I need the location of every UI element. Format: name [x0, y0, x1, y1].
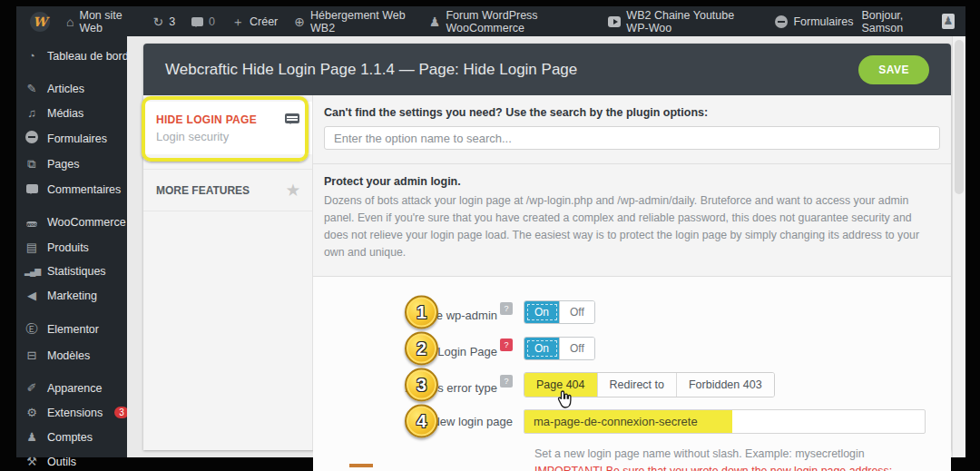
sidebar-item-comments[interactable]: Commentaires: [16, 177, 127, 201]
search-section: Can't find the settings you need? Use th…: [313, 95, 951, 164]
plugin-header: Webcraftic Hide Login Page 1.1.4 — Page:…: [143, 44, 951, 95]
toggle-on-button[interactable]: On: [524, 301, 560, 323]
sidebar-label: WooCommerce: [47, 216, 126, 229]
elementor-icon: Ⓔ: [24, 321, 39, 338]
products-icon: ▤: [24, 240, 39, 254]
sidebar-item-elementor[interactable]: Ⓔ Elementor: [16, 316, 127, 343]
setting-row-hide-login-page: 2 Hide Login Page? On Off: [313, 330, 951, 367]
important-note: IMPORTANT! Be sure that you wrote down t…: [534, 464, 945, 471]
home-icon: ⌂: [66, 15, 74, 28]
sidebar-item-stats[interactable]: ▂▄▆ Statistiques: [16, 260, 127, 283]
sidebar-item-plugins[interactable]: ⚙ Extensions 3: [16, 400, 127, 425]
admin-bar-site[interactable]: ⌂ Mon site Web: [58, 6, 144, 36]
sidebar-item-products[interactable]: ▤ Produits: [16, 235, 127, 260]
annotation-number-1: 1: [405, 296, 438, 329]
greeting-text: Bonjour, Samson: [861, 9, 934, 34]
new-login-page-value: ma-page-de-connexion-secrete: [524, 410, 732, 433]
sidebar-item-media[interactable]: ♫ Médias: [16, 101, 127, 125]
annotation-highlight-box: [142, 96, 309, 162]
marketing-icon: ◀: [24, 289, 39, 302]
sidebar-label: Comptes: [47, 431, 93, 444]
option-forbidden-403[interactable]: Forbidden 403: [677, 373, 774, 397]
pin-icon: ✎: [24, 82, 39, 95]
admin-bar-hosting-link[interactable]: ⊕ Hébergement Web WB2: [286, 6, 421, 36]
sidebar-label: Outils: [47, 456, 76, 468]
users-icon: ♟: [24, 430, 39, 444]
sidebar-item-pages[interactable]: ⧉ Pages: [16, 152, 127, 177]
woocommerce-icon: woo: [24, 215, 39, 230]
forms-icon: [775, 15, 788, 28]
intro-section: Protect your admin login. Dozens of bots…: [313, 164, 951, 277]
save-button[interactable]: SAVE: [858, 55, 929, 84]
hosting-label: Hébergement Web WB2: [310, 9, 413, 34]
updates-count: 3: [169, 15, 175, 28]
plugins-icon: ⚙: [24, 406, 39, 419]
sidebar-item-woocommerce[interactable]: woo WooCommerce: [16, 210, 127, 235]
search-label: Can't find the settings you need? Use th…: [324, 106, 940, 119]
star-icon: ★: [287, 182, 299, 199]
setting-row-access-error-type: 3 Access error type? Page 404 Redirect t…: [313, 367, 951, 403]
sidebar-item-dashboard[interactable]: ◔ Tableau de bord: [16, 44, 127, 68]
toggle-off-button[interactable]: Off: [560, 338, 594, 359]
help-icon[interactable]: ?: [500, 302, 513, 315]
sidebar-label: Marketing: [47, 289, 97, 302]
toggle-on-button[interactable]: On: [524, 338, 560, 359]
intro-body: Dozens of bots attack your login page at…: [324, 192, 938, 261]
sidebar-label: Formulaires: [47, 132, 107, 145]
annotation-number-4: 4: [405, 405, 438, 438]
site-name: Mon site Web: [79, 9, 136, 34]
new-login-page-input[interactable]: ma-page-de-connexion-secrete: [524, 409, 926, 434]
toggle-off-button[interactable]: Off: [560, 301, 594, 323]
forms-icon: [24, 131, 39, 146]
sidebar-label: Apparence: [47, 382, 102, 395]
sidebar-item-appearance[interactable]: ✐ Apparence: [16, 376, 127, 400]
help-icon[interactable]: ?: [500, 375, 513, 388]
sidebar-label: Extensions: [47, 407, 103, 419]
forms-label: Formulaires: [793, 15, 853, 28]
annotation-number-2: 2: [405, 332, 438, 366]
window-edge-artifact: [349, 464, 373, 467]
wp-logo[interactable]: W: [22, 6, 58, 36]
browser-scrollbar[interactable]: [952, 36, 965, 457]
option-page-404[interactable]: Page 404: [524, 373, 598, 397]
sidebar-label: Médias: [47, 107, 83, 120]
sidebar-item-templates[interactable]: ⊟ Modèles: [16, 343, 127, 368]
sidebar-label: Produits: [47, 241, 89, 254]
form-section: 1 Hide wp-admin? On Off 2: [313, 277, 951, 471]
admin-bar-account[interactable]: Bonjour, Samson ♟: [861, 9, 956, 34]
sidebar-item-tools[interactable]: ⚒ Outils: [16, 449, 127, 471]
sidebar-label: Articles: [47, 83, 84, 95]
admin-bar-youtube-link[interactable]: WB2 Chaine Youtube WP-Woo: [600, 6, 768, 36]
comments-icon: [191, 17, 203, 26]
sidebar-item-users[interactable]: ♟ Comptes: [16, 425, 127, 449]
admin-bar-forum-link[interactable]: ♟ Forum WordPress WooCommerce: [421, 6, 600, 36]
nav-item-hide-login-page[interactable]: HIDE LOGIN PAGE Login security: [143, 102, 312, 154]
wp-admin-bar: W ⌂ Mon site Web ↻ 3 0 ＋ Créer ⊕ Héberge…: [16, 6, 965, 36]
more-features-label: MORE FEATURES: [156, 184, 250, 197]
chat-icon: [285, 113, 299, 123]
field-hint: Set a new login page name without slash.…: [534, 446, 945, 471]
comments-icon: [24, 182, 39, 196]
admin-bar-forms-link[interactable]: Formulaires: [767, 6, 861, 36]
sidebar-label: Elementor: [47, 323, 99, 336]
option-search-input[interactable]: [324, 126, 940, 150]
nav-item-more-features[interactable]: MORE FEATURES ★: [143, 169, 312, 211]
hint-text: Set a new login page name without slash.…: [534, 446, 945, 463]
youtube-label: WB2 Chaine Youtube WP-Woo: [626, 9, 759, 34]
pages-icon: ⧉: [24, 157, 39, 172]
updates-icon: ↻: [152, 15, 163, 28]
stats-icon: ▂▄▆: [24, 267, 39, 276]
media-icon: ♫: [24, 106, 39, 120]
sidebar-item-posts[interactable]: ✎ Articles: [16, 76, 127, 101]
admin-bar-new[interactable]: ＋ Créer: [223, 6, 286, 36]
wp-sidebar-menu: ◔ Tableau de bord ✎ Articles ♫ Médias Fo…: [16, 36, 127, 457]
option-redirect-to[interactable]: Redirect to: [598, 373, 677, 397]
help-icon[interactable]: ?: [500, 339, 513, 351]
admin-bar-comments[interactable]: 0: [183, 6, 223, 36]
sidebar-item-marketing[interactable]: ◀ Marketing: [16, 283, 127, 308]
person-icon: ♟: [429, 15, 441, 28]
sidebar-item-forms[interactable]: Formulaires: [16, 125, 127, 152]
annotation-number-3: 3: [405, 368, 438, 402]
admin-bar-updates[interactable]: ↻ 3: [144, 6, 183, 36]
scrollbar-thumb[interactable]: [955, 40, 964, 194]
